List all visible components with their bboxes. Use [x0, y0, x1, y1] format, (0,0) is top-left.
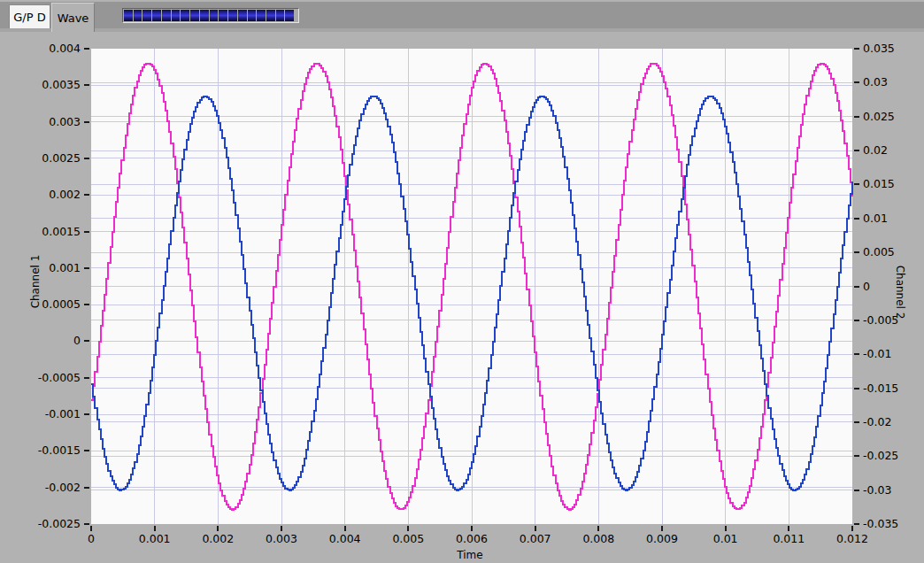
svg-text:-0.03: -0.03 [863, 483, 891, 497]
waveform-graph[interactable]: 0.0040.00350.0030.00250.0020.00150.0010.… [0, 0, 924, 563]
svg-text:0.007: 0.007 [520, 532, 551, 545]
left-tick-labels: 0.0040.00350.0030.00250.0020.00150.0010.… [38, 42, 81, 530]
svg-text:0.004: 0.004 [329, 532, 361, 545]
svg-text:0.005: 0.005 [863, 245, 895, 258]
x-tick-labels: 00.0010.0020.0030.0040.0050.0060.0070.00… [88, 532, 868, 545]
svg-text:-0.025: -0.025 [863, 449, 898, 462]
svg-text:-0.035: -0.035 [863, 517, 898, 530]
svg-text:0.02: 0.02 [863, 143, 888, 157]
svg-text:0: 0 [863, 280, 870, 293]
svg-text:0.0035: 0.0035 [42, 78, 81, 91]
svg-text:0.03: 0.03 [863, 75, 888, 89]
svg-text:-0.002: -0.002 [45, 481, 81, 494]
svg-text:0.015: 0.015 [863, 177, 895, 190]
svg-text:0.003: 0.003 [49, 115, 81, 128]
svg-text:0.005: 0.005 [392, 532, 424, 545]
svg-text:0.002: 0.002 [49, 188, 81, 201]
svg-text:0.0025: 0.0025 [42, 151, 81, 165]
svg-text:-0.0005: -0.0005 [38, 371, 81, 384]
svg-text:-0.015: -0.015 [863, 382, 898, 395]
svg-text:0.002: 0.002 [202, 532, 234, 545]
svg-text:0.01: 0.01 [713, 532, 738, 545]
svg-text:0.025: 0.025 [863, 110, 895, 123]
svg-text:-0.02: -0.02 [863, 415, 891, 428]
svg-text:0.0015: 0.0015 [42, 225, 81, 238]
x-axis-label: Time [457, 549, 482, 561]
front-panel: G/P D Wave 0.0040.00350.0030.00250.0020.… [0, 0, 924, 563]
svg-text:0.004: 0.004 [49, 42, 81, 55]
left-axis-label: Channel 1 [29, 255, 42, 309]
svg-text:0: 0 [88, 532, 95, 545]
svg-text:-0.001: -0.001 [45, 407, 81, 420]
svg-text:0.006: 0.006 [456, 532, 488, 545]
svg-text:0: 0 [73, 334, 81, 347]
svg-text:0.035: 0.035 [863, 42, 895, 55]
svg-text:0.011: 0.011 [773, 532, 805, 545]
svg-text:0.01: 0.01 [863, 212, 888, 225]
svg-text:-0.0015: -0.0015 [38, 443, 81, 457]
svg-text:0.001: 0.001 [49, 261, 81, 274]
svg-text:0.001: 0.001 [139, 532, 171, 545]
svg-text:-0.0025: -0.0025 [38, 517, 81, 530]
right-axis-label: Channel 2 [894, 266, 906, 320]
svg-text:0.003: 0.003 [266, 532, 297, 545]
svg-text:-0.01: -0.01 [863, 347, 891, 360]
svg-text:0.009: 0.009 [646, 532, 678, 545]
svg-text:0.008: 0.008 [582, 532, 614, 545]
svg-text:0.012: 0.012 [836, 532, 868, 545]
svg-text:0.0005: 0.0005 [42, 297, 81, 311]
